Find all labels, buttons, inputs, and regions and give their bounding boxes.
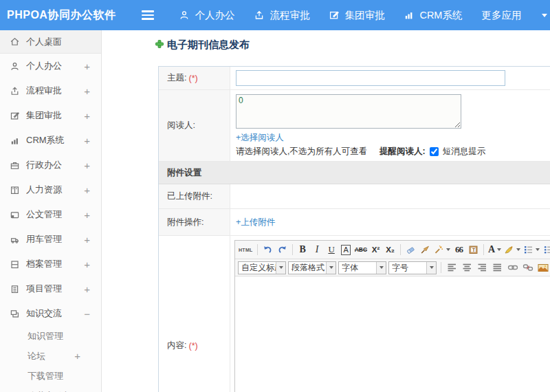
format-painter-icon[interactable]: [419, 243, 432, 257]
chevron-down-icon: [276, 262, 285, 274]
highlight-color-icon[interactable]: [503, 243, 521, 257]
menu-toggle-icon[interactable]: [142, 10, 154, 20]
chevron-down-icon[interactable]: [542, 14, 547, 17]
editor-toolbar-row2: 自定义标题 段落格式 字体 字号: [235, 259, 550, 276]
sidebar-item-documents[interactable]: 公文管理 +: [0, 202, 101, 227]
bold-button[interactable]: B: [296, 243, 309, 257]
redo-icon[interactable]: [276, 243, 289, 257]
book-icon: [10, 185, 20, 195]
sidebar-subitem-public-cabinet[interactable]: 公共文件柜: [0, 386, 101, 392]
collapse-minus[interactable]: −: [84, 308, 90, 320]
custom-heading-select[interactable]: 自定义标题: [238, 261, 286, 274]
underline-button[interactable]: U: [325, 243, 338, 257]
expand-plus[interactable]: +: [84, 283, 90, 295]
blockquote-button[interactable]: 66: [452, 243, 465, 257]
nav-flow-approval[interactable]: 流程审批: [254, 9, 309, 22]
attachment-actions-row: 附件操作: +上传附件: [159, 209, 550, 236]
nav-more-apps[interactable]: 更多应用: [481, 9, 521, 22]
undo-icon[interactable]: [261, 243, 274, 257]
home-icon: [10, 36, 20, 47]
paste-icon[interactable]: T: [467, 243, 480, 257]
sidebar-item-hr[interactable]: 人力资源 +: [0, 177, 101, 202]
font-family-select[interactable]: 字体: [338, 261, 386, 274]
expand-plus[interactable]: +: [84, 160, 90, 171]
sidebar-item-projects[interactable]: 项目管理 +: [0, 276, 101, 301]
expand-plus[interactable]: +: [84, 234, 90, 246]
expand-plus[interactable]: +: [74, 350, 80, 362]
user-icon: [10, 61, 20, 72]
content-label: 内容:: [167, 340, 186, 351]
align-right-icon[interactable]: [476, 261, 489, 275]
nav-group-approval[interactable]: 集团审批: [329, 9, 384, 22]
readers-hint: 请选择阅读人,不选为所有人可查看: [236, 146, 367, 157]
edit-icon: [10, 111, 20, 121]
readers-label: 阅读人:: [167, 120, 195, 131]
expand-plus[interactable]: +: [84, 110, 90, 122]
header-nav: 个人办公 流程审批 集团审批 CRM系统 更多应用: [179, 9, 547, 22]
publish-form: 主题: (*) 阅读人: +选择阅读人 请选择阅读人,不选为所有人可查看 提醒阅…: [158, 66, 550, 392]
readers-row: 阅读人: +选择阅读人 请选择阅读人,不选为所有人可查看 提醒阅读人: 短消息提…: [159, 90, 550, 162]
bullet-list-icon[interactable]: [542, 243, 550, 257]
attach-op-label: 附件操作:: [167, 217, 204, 228]
sidebar-item-vehicles[interactable]: 用车管理 +: [0, 227, 101, 252]
required-mark: (*): [188, 74, 197, 83]
add-icon: [155, 39, 164, 52]
strikethrough-button[interactable]: ABC: [354, 243, 368, 257]
sidebar-subitem-downloads[interactable]: 下载管理: [0, 366, 101, 386]
html-source-button[interactable]: HTML: [238, 243, 254, 257]
sidebar-subitem-knowledge-mgmt[interactable]: 知识管理: [0, 326, 101, 346]
chevron-down-icon: [326, 262, 336, 274]
align-center-icon[interactable]: [461, 261, 474, 275]
expand-plus[interactable]: +: [84, 61, 90, 72]
top-header: PHPOA协同办公软件 个人办公 流程审批 集团审批 CRM系统 更多应用: [0, 0, 550, 30]
sidebar-item-crm[interactable]: CRM系统 +: [0, 128, 101, 153]
subscript-button[interactable]: X₂: [384, 243, 397, 257]
font-size-select[interactable]: 字号: [388, 261, 437, 274]
sidebar-item-flow-approval[interactable]: 流程审批 +: [0, 78, 101, 103]
remind-readers-label: 提醒阅读人:: [380, 146, 426, 157]
upload-attachment-link[interactable]: +上传附件: [236, 217, 275, 228]
editor-content-area[interactable]: [235, 276, 550, 392]
editor-toolbar-row1: HTML B I U A ABC X² X₂ 66: [235, 241, 550, 259]
align-left-icon[interactable]: [446, 261, 459, 275]
magic-wand-icon[interactable]: [433, 243, 451, 257]
expand-plus[interactable]: +: [84, 209, 90, 221]
align-justify-icon[interactable]: [491, 261, 504, 275]
expand-plus[interactable]: +: [84, 135, 90, 146]
sidebar-item-archives[interactable]: 档案管理 +: [0, 252, 101, 276]
app-title: PHPOA协同办公软件: [7, 8, 116, 23]
paragraph-format-select[interactable]: 段落格式: [288, 261, 336, 274]
insert-image-icon[interactable]: [536, 261, 549, 275]
uploaded-attachments-value: [230, 184, 550, 208]
sidebar-item-knowledge[interactable]: 知识交流 −: [0, 301, 101, 326]
expand-plus[interactable]: +: [84, 259, 90, 270]
chat-icon: [10, 309, 20, 319]
subject-input[interactable]: [236, 70, 505, 86]
superscript-button[interactable]: X²: [369, 243, 382, 257]
eraser-icon[interactable]: [404, 243, 417, 257]
ordered-list-icon[interactable]: [522, 243, 540, 257]
sidebar-item-personal-office[interactable]: 个人办公 +: [0, 54, 101, 78]
unlink-icon[interactable]: [521, 261, 534, 275]
required-mark: (*): [188, 341, 197, 351]
font-style-button[interactable]: A: [340, 243, 353, 257]
briefcase-icon: [10, 160, 20, 171]
expand-plus[interactable]: +: [84, 85, 90, 97]
sidebar-item-admin-office[interactable]: 行政办公 +: [0, 153, 101, 177]
italic-button[interactable]: I: [311, 243, 324, 257]
subject-row: 主题: (*): [159, 67, 550, 90]
attachment-section-header: 附件设置: [159, 162, 550, 184]
sidebar-item-group-approval[interactable]: 集团审批 +: [0, 103, 101, 128]
sidebar-item-desktop[interactable]: 个人桌面: [0, 30, 101, 54]
font-color-button[interactable]: A: [487, 243, 502, 257]
link-icon[interactable]: [506, 261, 519, 275]
readers-textarea[interactable]: [236, 94, 461, 129]
edit-icon: [329, 10, 340, 21]
nav-personal-office[interactable]: 个人办公: [179, 9, 234, 22]
sms-remind-checkbox[interactable]: [430, 147, 439, 156]
sidebar-subitem-forum[interactable]: 论坛 +: [0, 346, 101, 366]
chevron-down-icon: [446, 248, 450, 251]
expand-plus[interactable]: +: [84, 184, 90, 196]
select-readers-link[interactable]: +选择阅读人: [236, 132, 284, 144]
nav-crm[interactable]: CRM系统: [404, 9, 462, 22]
